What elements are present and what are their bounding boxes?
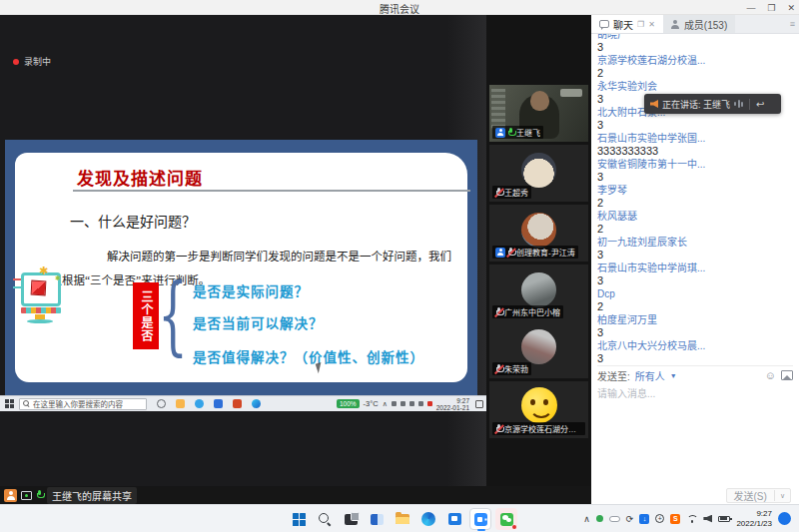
action-center-icon[interactable] (475, 400, 483, 408)
tray-icon[interactable] (409, 401, 414, 406)
send-options-caret[interactable]: ∨ (775, 492, 790, 500)
participant-name: 广州东中巴小榕 (504, 306, 560, 317)
video-panel: 王继飞 王超秀 创理教育-尹江涛 广州东中巴小榕 (486, 15, 591, 486)
tencent-meeting-button[interactable] (469, 508, 491, 530)
start-button[interactable] (288, 508, 310, 530)
chat-sender: 京源学校莲石湖分校温... (597, 54, 793, 67)
meeting-camera-icon (474, 513, 487, 526)
mic-muted-icon (495, 364, 502, 374)
brace-glyph: { (158, 270, 188, 358)
edge-button[interactable] (417, 508, 439, 530)
browser-icon[interactable] (195, 399, 204, 408)
tray-alert-icon[interactable] (427, 401, 432, 406)
chat-input[interactable] (597, 385, 793, 485)
chat-text: 3 (597, 171, 793, 184)
slide-question-1: 是否是实际问题？ (193, 280, 309, 300)
tab-members[interactable]: 成员(153) (663, 15, 735, 33)
participant-video[interactable]: 广州东中巴小榕 (489, 265, 588, 321)
slide-title: 发现及描述问题 (77, 165, 203, 190)
mute-reply-icon[interactable]: ↩ (756, 99, 764, 110)
sync-icon[interactable]: ⟳ (626, 514, 634, 524)
slide-paragraph-line1: 解决问题的第一步是判断同学们发现的问题是不是一个好问题，我们 (39, 245, 470, 268)
shared-clock: 9:27 2022-01-21 (436, 397, 469, 411)
app-titlebar: 腾讯会议 — ❐ ✕ (0, 0, 799, 15)
screen-share-area: 录制中 发现及描述问题 一、什么是好问题？ 解决问题的第一步是判断同学们发现的问… (0, 15, 486, 486)
avatar (521, 213, 556, 248)
meeting-app-icon[interactable] (214, 399, 223, 408)
battery-icon[interactable] (718, 516, 730, 522)
close-button[interactable]: ✕ (787, 3, 795, 13)
send-to-selector[interactable]: 所有人 (635, 368, 665, 383)
recording-dot-icon (13, 59, 19, 65)
panel-menu-icon[interactable]: ≡ (790, 19, 799, 29)
wechat-button[interactable] (495, 508, 517, 530)
participant-name: 朱荣勃 (504, 363, 528, 374)
participant-name: 京源学校莲石湖分校温笑康晒 (504, 423, 582, 434)
participant-video[interactable]: 王超秀 (489, 145, 588, 202)
slide-card: 发现及描述问题 一、什么是好问题？ 解决问题的第一步是判断同学们发现的问题是不是… (15, 153, 467, 382)
green-status-icon[interactable] (596, 515, 603, 522)
chat-message: Dcp2 (597, 287, 793, 313)
cortana-icon[interactable] (157, 399, 166, 408)
chat-message-list[interactable]: 胡晓广3 京源学校莲石湖分校温...2 永华实验刘会3 北大附中石景...3 石… (597, 34, 793, 379)
shared-search-input[interactable]: 在这里输入你要搜索的内容 (19, 398, 147, 410)
avatar (521, 329, 556, 364)
wifi-icon[interactable] (686, 514, 697, 523)
presentation-slide: 发现及描述问题 一、什么是好问题？ 解决问题的第一步是判断同学们发现的问题是不是… (5, 140, 477, 395)
store-button[interactable] (443, 508, 465, 530)
maximize-button[interactable]: ❐ (767, 3, 775, 13)
participant-video[interactable]: 朱荣勃 (489, 321, 588, 378)
image-upload-icon[interactable] (781, 370, 793, 380)
clock-date: 2022/1/23 (736, 519, 772, 529)
hidden-icons-caret[interactable]: ∧ (583, 514, 590, 524)
file-explorer-icon[interactable] (176, 399, 185, 408)
send-to-label: 发送至: (597, 368, 630, 383)
powerpoint-icon[interactable] (233, 399, 242, 408)
close-chat-icon[interactable]: ✕ (648, 20, 655, 29)
participant-video[interactable]: 王继飞 (489, 85, 588, 142)
shared-start-icon[interactable] (5, 399, 14, 408)
taskbar-search-button[interactable] (314, 508, 336, 530)
chat-text: 2 (597, 300, 793, 313)
sunlogin-icon[interactable]: S (670, 514, 680, 524)
chevron-down-icon[interactable]: ▼ (670, 372, 677, 379)
folder-icon (396, 514, 409, 524)
participant-video[interactable]: 创理教育-尹江涛 (489, 205, 588, 262)
minimize-button[interactable]: — (746, 3, 755, 13)
three-criteria-box: 三个是否 (133, 282, 159, 349)
tray-caret-icon[interactable]: ∧ (383, 400, 388, 408)
mic-muted-icon (495, 307, 502, 317)
chat-sender: 永华实验刘会 (597, 80, 793, 93)
tray-icon[interactable] (392, 401, 397, 406)
widgets-button[interactable] (366, 508, 388, 530)
file-explorer-button[interactable] (392, 508, 413, 530)
tray-icon[interactable] (400, 401, 405, 406)
tab-chat[interactable]: 聊天 ❐ ✕ (591, 15, 663, 33)
windows-taskbar: ∧ ⟳ ↓ + S 9:27 2022/1/23 (0, 504, 799, 532)
taskbar-clock[interactable]: 9:27 2022/1/23 (736, 509, 772, 528)
crosshair-icon[interactable]: + (655, 514, 664, 523)
wechat-icon (500, 513, 513, 526)
monitor-cube-icon: ✱✱ (13, 266, 67, 324)
slide-question-3: 是否值得解决？（价值性、创新性） (193, 346, 424, 366)
shared-search-placeholder: 在这里输入你要搜索的内容 (33, 398, 123, 409)
recording-indicator: 录制中 (13, 55, 51, 68)
send-button[interactable]: 发送(S) (727, 488, 774, 503)
task-view-button[interactable] (340, 508, 362, 530)
chat-text: 3 (597, 119, 793, 132)
screen-share-icon (21, 491, 32, 500)
popout-icon[interactable]: ❐ (637, 20, 644, 29)
emoji-icon[interactable]: ☺ (765, 370, 776, 381)
chat-header: 聊天 ❐ ✕ 成员(153) ≡ (591, 15, 799, 34)
battery-badge: 100% (337, 399, 360, 408)
tray-icon[interactable] (418, 401, 423, 406)
edge-icon[interactable] (252, 399, 261, 408)
volume-icon[interactable] (703, 515, 712, 523)
download-tool-icon[interactable]: ↓ (639, 514, 649, 524)
app-title: 腾讯会议 (0, 1, 799, 16)
participant-video[interactable]: 京源学校莲石湖分校温笑康晒 (489, 381, 588, 438)
cohost-badge-icon (495, 248, 505, 258)
notification-badge-icon[interactable] (778, 512, 791, 525)
cloud-icon[interactable] (609, 516, 620, 522)
recording-label: 录制中 (24, 55, 51, 68)
